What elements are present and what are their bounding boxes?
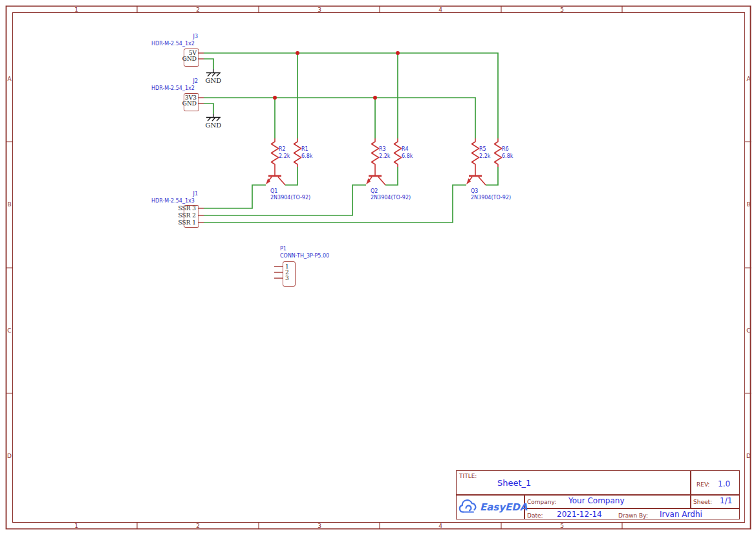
frame-row-label: D <box>6 453 12 459</box>
pin-label-gnd: GND <box>180 56 197 62</box>
drawn-by-label: Drawn By: <box>618 512 648 519</box>
frame-col-label: 5 <box>556 523 568 529</box>
title-block-divider <box>690 470 691 508</box>
value-Q1[interactable]: 2N3904(TO-92) <box>270 195 310 201</box>
wire-r1-q1-collector[interactable] <box>285 167 297 185</box>
easyeda-logo-text: EasyEDA <box>480 502 527 512</box>
value-R4[interactable]: 6.8k <box>402 153 413 159</box>
designator-P1[interactable]: P1 <box>280 246 286 252</box>
pin-label-3: 3 <box>285 275 289 281</box>
wire-5v-rail[interactable] <box>204 53 498 138</box>
designator-Q3[interactable]: Q3 <box>471 188 478 194</box>
company-label: Company: <box>527 499 556 505</box>
footprint-J2[interactable]: HDR-M-2.54_1x2 <box>151 85 195 91</box>
transistor-Q2-symbol[interactable] <box>366 167 385 185</box>
frame-col-label: 4 <box>434 523 447 529</box>
date-label: Date: <box>527 512 543 519</box>
value-R1[interactable]: 6.8k <box>301 153 312 159</box>
resistor-R3-symbol[interactable] <box>372 138 379 167</box>
value-Q2[interactable]: 2N3904(TO-92) <box>371 195 411 201</box>
junction-dot <box>296 51 299 55</box>
transistor-Q3-symbol[interactable] <box>466 167 486 185</box>
designator-R1[interactable]: R1 <box>301 146 308 152</box>
frame-col-label: 1 <box>70 6 83 13</box>
frame-col-label: 4 <box>434 6 447 13</box>
easyeda-logo-icon <box>458 498 479 516</box>
net-label-gnd[interactable]: GND <box>203 122 224 129</box>
junction-dot <box>273 96 277 100</box>
rev-value[interactable]: 1.0 <box>718 480 730 488</box>
designator-Q1[interactable]: Q1 <box>270 188 277 194</box>
wire-3v3-rail[interactable] <box>204 98 475 138</box>
junction-dots <box>273 51 400 100</box>
sheet-border-inner <box>13 13 745 523</box>
frame-col-label: 2 <box>191 523 204 529</box>
frame-col-label: 1 <box>70 523 83 529</box>
sheet-title[interactable]: Sheet_1 <box>497 479 531 488</box>
frame-row-label: C <box>6 327 12 334</box>
sheet-frame <box>6 6 751 529</box>
resistor-R4-symbol[interactable] <box>394 138 402 167</box>
designator-R3[interactable]: R3 <box>379 146 386 152</box>
title-block-divider <box>524 508 740 509</box>
date-value[interactable]: 2021-12-14 <box>557 510 602 519</box>
gnd-symbol[interactable] <box>206 114 221 121</box>
value-R6[interactable]: 6.8k <box>502 153 513 159</box>
designator-J1[interactable]: J1 <box>184 191 198 197</box>
value-Q3[interactable]: 2N3904(TO-92) <box>471 195 511 201</box>
junction-dot <box>396 51 400 55</box>
designator-J3[interactable]: J3 <box>184 34 198 39</box>
frame-row-label: A <box>746 76 751 82</box>
pin-label-ssr3: SSR 3 <box>175 205 196 212</box>
designator-R2[interactable]: R2 <box>279 146 286 152</box>
pin-label-ssr1: SSR 1 <box>175 219 196 226</box>
transistor-Q1-symbol[interactable] <box>266 167 285 185</box>
designator-R4[interactable]: R4 <box>402 146 409 152</box>
footprint-P1[interactable]: CONN-TH_3P-P5.00 <box>280 253 329 259</box>
frame-row-label: B <box>6 201 12 208</box>
pin-stubs-p1[interactable] <box>274 267 283 278</box>
schematic-sheet[interactable]: 1 2 3 4 5 1 2 3 4 5 A B C D A B C D J3 H… <box>0 0 756 535</box>
resistor-R6-symbol[interactable] <box>495 138 502 167</box>
sheet-number-value[interactable]: 1/1 <box>720 497 732 505</box>
resistor-R5-symbol[interactable] <box>472 138 479 167</box>
value-R5[interactable]: 2.2k <box>479 153 490 159</box>
value-R2[interactable]: 2.2k <box>279 153 290 159</box>
junction-dot <box>373 96 377 100</box>
title-label: TITLE: <box>459 473 477 479</box>
footprint-J3[interactable]: HDR-M-2.54_1x2 <box>151 41 195 47</box>
gnd-symbol[interactable] <box>206 69 221 76</box>
schematic-canvas <box>0 0 756 535</box>
resistor-R1-symbol[interactable] <box>294 138 301 167</box>
sheet-border-outer <box>6 6 751 529</box>
frame-row-label: D <box>746 453 751 459</box>
designator-R5[interactable]: R5 <box>479 146 486 152</box>
company-value[interactable]: Your Company <box>568 497 625 505</box>
frame-col-label: 2 <box>191 6 204 13</box>
frame-col-label: 3 <box>313 523 326 529</box>
drawn-by-value[interactable]: Irvan Ardhi <box>660 510 702 519</box>
frame-col-label: 3 <box>313 6 326 13</box>
connector-P1-body[interactable] <box>283 261 296 287</box>
pin-label-gnd: GND <box>180 100 197 107</box>
frame-row-label: A <box>6 76 12 82</box>
wire-j2-gnd[interactable] <box>204 104 213 114</box>
value-R3[interactable]: 2.2k <box>379 153 390 159</box>
designator-J2[interactable]: J2 <box>184 78 198 84</box>
frame-row-label: B <box>746 201 751 208</box>
wire-j3-gnd[interactable] <box>204 59 213 69</box>
wire-q3-emitter-ssr1[interactable] <box>204 185 466 223</box>
title-block-divider <box>456 494 740 496</box>
frame-ticks <box>6 6 751 529</box>
rev-label: REV: <box>697 481 709 488</box>
net-label-gnd[interactable]: GND <box>203 77 224 84</box>
wire-q1-emitter-ssr3[interactable] <box>204 185 266 208</box>
wire-r6-q3-collector[interactable] <box>486 167 498 185</box>
pin-label-ssr2: SSR 2 <box>175 212 196 219</box>
frame-row-label: C <box>746 327 751 334</box>
designator-Q2[interactable]: Q2 <box>371 188 378 194</box>
footprint-J1[interactable]: HDR-M-2.54_1x3 <box>151 198 195 204</box>
resistor-R2-symbol[interactable] <box>272 138 279 167</box>
designator-R6[interactable]: R6 <box>502 146 509 152</box>
wire-r4-q2-collector[interactable] <box>385 167 398 185</box>
